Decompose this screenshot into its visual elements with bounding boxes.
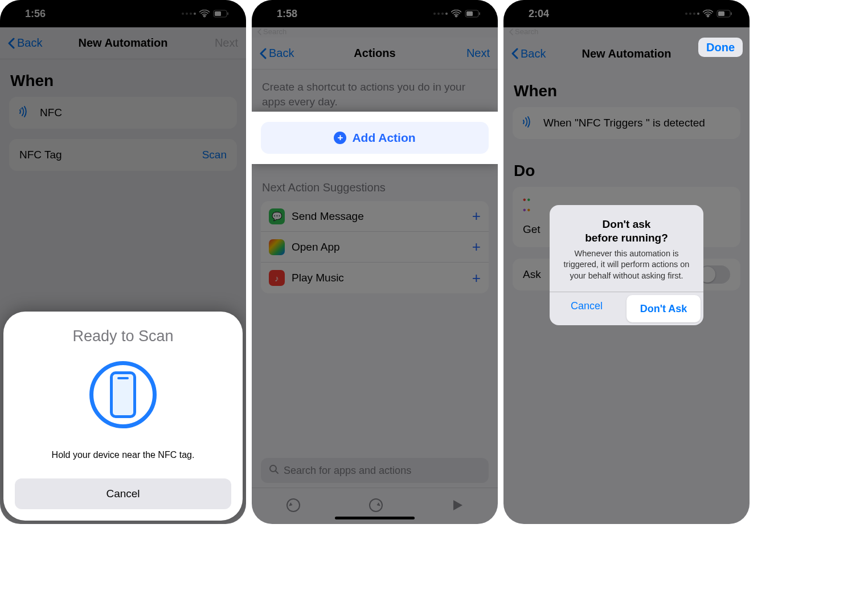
when-heading: When: [0, 59, 246, 97]
svg-point-7: [287, 499, 300, 511]
status-time: 1:58: [277, 8, 297, 20]
cellular-icon: [433, 13, 448, 15]
status-right: [433, 10, 481, 18]
suggestion-label: Play Music: [292, 272, 344, 284]
suggestion-row[interactable]: 💬Send Message +: [261, 201, 489, 232]
svg-rect-2: [227, 13, 228, 15]
suggestions-list: 💬Send Message + Open App + ♪Play Music +: [261, 201, 489, 293]
suggestion-label: Open App: [292, 241, 340, 253]
when-cell[interactable]: When "NFC Triggers " is detected: [513, 107, 740, 139]
status-bar: 2:04: [503, 0, 750, 27]
nfctag-label: NFC Tag: [19, 149, 62, 161]
breadcrumb-back[interactable]: Search: [509, 27, 538, 36]
suggestions-heading: Next Action Suggestions: [252, 158, 498, 201]
redo-icon[interactable]: [369, 498, 383, 515]
status-right: [685, 10, 732, 18]
search-icon: [269, 464, 279, 477]
battery-icon: [716, 10, 732, 18]
alert-cancel-button[interactable]: Cancel: [550, 292, 624, 320]
nfc-icon: [19, 105, 32, 121]
home-indicator[interactable]: [335, 517, 415, 519]
nav-bar: Back New Automation Next: [0, 27, 246, 59]
cellular-icon: [182, 13, 196, 15]
play-icon[interactable]: [451, 499, 464, 514]
nfc-label: NFC: [40, 107, 62, 119]
scan-message: Hold your device near the NFC tag.: [15, 450, 231, 460]
plus-icon: +: [334, 132, 346, 144]
cellular-icon: [685, 13, 699, 15]
description: Create a shortcut to actions you do in y…: [252, 69, 498, 112]
breadcrumb-label: Search: [515, 27, 538, 36]
done-button[interactable]: Done: [698, 38, 743, 57]
back-label: Back: [521, 47, 546, 60]
breadcrumb-back[interactable]: Search: [257, 27, 286, 36]
scan-cancel-button[interactable]: Cancel: [15, 478, 231, 509]
when-heading: When: [503, 69, 750, 107]
svg-rect-5: [479, 13, 480, 15]
suggestion-row[interactable]: Open App +: [261, 232, 489, 263]
battery-icon: [213, 10, 229, 18]
back-label: Back: [269, 47, 294, 60]
do-heading: Do: [503, 149, 750, 187]
wifi-icon: [451, 10, 461, 18]
phone-icon: [110, 371, 136, 418]
suggestion-row[interactable]: ♪Play Music +: [261, 263, 489, 293]
phone-panel-2: 1:58 Search Back Actions Next Create a s…: [252, 0, 498, 524]
svg-rect-10: [718, 11, 724, 16]
status-time: 1:56: [25, 8, 46, 20]
confirm-alert: Don't ask before running? Whenever this …: [550, 205, 703, 325]
svg-point-8: [370, 499, 382, 511]
svg-rect-4: [466, 11, 473, 16]
nav-bar: Back Actions Next: [252, 38, 498, 69]
alert-confirm-button[interactable]: Don't Ask: [627, 295, 701, 322]
wifi-icon: [703, 10, 713, 18]
nfc-cell[interactable]: NFC: [9, 97, 237, 129]
phone-panel-1: 1:56 Back New Automation Next When NFC N…: [0, 0, 246, 524]
music-icon: ♪: [269, 270, 285, 286]
when-text: When "NFC Triggers " is detected: [543, 117, 705, 129]
alert-title: Don't ask before running?: [560, 218, 693, 245]
search-placeholder: Search for apps and actions: [284, 465, 411, 477]
alert-message: Whenever this automation is triggered, i…: [560, 248, 693, 282]
messages-icon: 💬: [269, 208, 285, 224]
scan-action[interactable]: Scan: [202, 149, 227, 161]
search-field[interactable]: Search for apps and actions: [261, 458, 489, 483]
suggestion-label: Send Message: [292, 210, 364, 223]
scan-graphic: [89, 361, 157, 428]
svg-rect-1: [215, 11, 221, 16]
svg-rect-11: [731, 13, 732, 15]
content: When NFC NFC Tag Scan: [0, 59, 246, 171]
back-button[interactable]: Back: [511, 47, 546, 60]
back-button[interactable]: Back: [260, 47, 294, 60]
status-bar: 1:56: [0, 0, 246, 27]
ask-label: Ask: [523, 268, 541, 281]
back-label: Back: [17, 36, 42, 50]
battery-icon: [465, 10, 481, 18]
phone-panel-3: 2:04 Search Back New Automation When Whe…: [503, 0, 750, 524]
do-get-label: Get: [523, 223, 541, 236]
done-wrap: Done: [698, 41, 743, 54]
next-button[interactable]: Next: [466, 47, 490, 60]
scan-title: Ready to Scan: [15, 328, 231, 345]
add-icon[interactable]: +: [472, 238, 481, 256]
next-button[interactable]: Next: [215, 36, 238, 50]
suggestions-section: Next Action Suggestions 💬Send Message + …: [252, 158, 498, 293]
status-time: 2:04: [529, 8, 549, 20]
back-button[interactable]: Back: [8, 36, 42, 50]
apps-icon: [269, 239, 285, 255]
status-right: [182, 10, 229, 18]
nfc-scan-sheet: Ready to Scan Hold your device near the …: [3, 312, 243, 521]
nfctag-cell[interactable]: NFC Tag Scan: [9, 139, 237, 171]
wifi-icon: [199, 10, 210, 18]
add-action-label: Add Action: [352, 131, 415, 145]
add-action-button[interactable]: + Add Action: [261, 122, 489, 154]
add-icon[interactable]: +: [472, 207, 481, 225]
undo-icon[interactable]: [286, 498, 301, 515]
nfc-icon: [523, 116, 535, 131]
add-icon[interactable]: +: [472, 269, 481, 287]
status-bar: 1:58: [252, 0, 498, 27]
add-action-band: + Add Action: [252, 112, 498, 164]
breadcrumb-label: Search: [263, 27, 286, 36]
